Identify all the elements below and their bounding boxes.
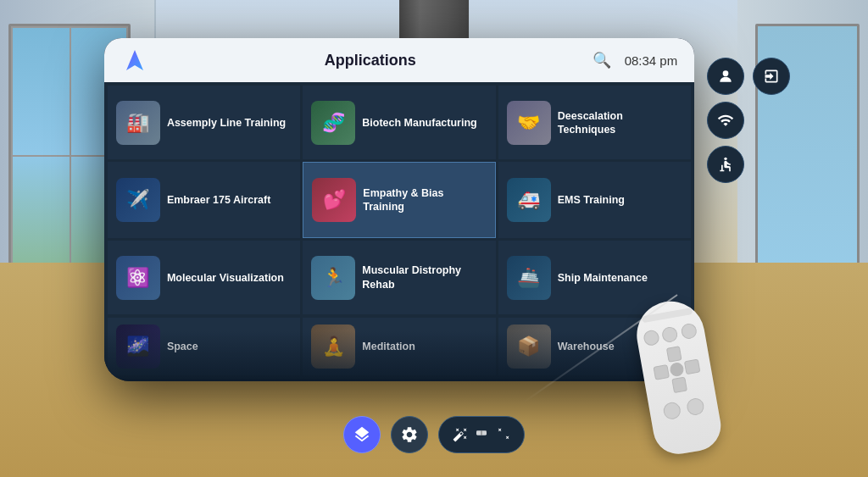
app-item-muscular[interactable]: 🏃 Muscular Distrophy Rehab: [303, 241, 495, 314]
remote-dpad-down[interactable]: [671, 377, 687, 393]
bottom-toolbar: [343, 416, 525, 453]
app-item-embraer[interactable]: ✈️ Embraer 175 Aircraft: [108, 162, 300, 237]
app-item-biotech[interactable]: 🧬 Biotech Manufacturing: [303, 86, 495, 159]
app-label-ship: Ship Maintenance: [558, 271, 648, 285]
remote-dpad: [650, 343, 704, 397]
remote-btn-1[interactable]: [643, 329, 660, 347]
app-item-assembly[interactable]: 🏭 Assemply Line Training: [108, 86, 300, 159]
app-thumb-muscular: 🏃: [311, 256, 355, 300]
remote-top-buttons: [643, 322, 698, 347]
app-item-meditation[interactable]: 🧘 Meditation: [303, 318, 495, 375]
app-thumb-embraer: ✈️: [116, 178, 160, 222]
search-icon[interactable]: 🔍: [593, 51, 611, 69]
settings-button[interactable]: [391, 416, 428, 453]
app-label-empathy: Empathy & Bias Training: [363, 186, 486, 214]
clock-display: 08:34 pm: [625, 53, 678, 68]
app-item-ems[interactable]: 🚑 EMS Training: [498, 162, 691, 237]
exit-button[interactable]: [753, 58, 790, 95]
accessibility-button[interactable]: [707, 146, 744, 183]
app-item-molecular[interactable]: ⚛️ Molecular Visualization: [108, 241, 300, 314]
layers-button[interactable]: [343, 416, 381, 453]
remote-dpad-empty-br: [687, 374, 703, 390]
svg-point-1: [723, 70, 729, 76]
vr-panel: Applications 🔍 08:34 pm 🏭 Assemply Line …: [104, 38, 694, 381]
app-label-meditation: Meditation: [362, 340, 415, 353]
app-thumb-meditation: 🧘: [311, 324, 355, 369]
remote-btn-2[interactable]: [661, 325, 679, 343]
app-label-embraer: Embraer 175 Aircraft: [167, 193, 271, 207]
remote-dpad-right[interactable]: [684, 358, 700, 374]
svg-point-2: [724, 157, 726, 159]
wifi-button[interactable]: [707, 102, 744, 139]
apps-panel-content: 🏭 Assemply Line Training 🧬 Biotech Manuf…: [104, 82, 694, 379]
app-item-empathy[interactable]: 💕 Empathy & Bias Training: [303, 162, 495, 237]
app-item-space[interactable]: 🌌 Space: [108, 318, 300, 375]
app-thumb-space: 🌌: [116, 324, 160, 369]
app-thumb-deescalation: 🤝: [507, 101, 551, 145]
app-label-ems: EMS Training: [558, 193, 625, 207]
controllers-label: [473, 426, 490, 442]
panel-title: Applications: [148, 52, 593, 69]
app-thumb-ems: 🚑: [507, 178, 551, 222]
panel-header: Applications 🔍 08:34 pm: [104, 38, 694, 82]
remote-dpad-up[interactable]: [665, 346, 682, 362]
remote-dpad-center[interactable]: [668, 361, 684, 377]
remote-btn-home[interactable]: [685, 397, 704, 416]
app-label-muscular: Muscular Distrophy Rehab: [362, 263, 487, 291]
remote-dpad-empty-tl: [650, 348, 666, 364]
app-label-warehouse: Warehouse: [558, 340, 615, 353]
app-label-space: Space: [167, 340, 198, 353]
user-button[interactable]: [707, 58, 744, 95]
remote-dpad-empty-bl: [655, 380, 671, 396]
app-label-deescalation: Deescalation Techniques: [558, 109, 682, 137]
apps-partial-row: 🌌 Space 🧘 Meditation 📦 Warehouse: [104, 318, 694, 379]
app-label-biotech: Biotech Manufacturing: [362, 116, 476, 130]
app-thumb-molecular: ⚛️: [116, 256, 160, 300]
remote-dpad-left[interactable]: [653, 364, 669, 380]
app-logo: [121, 47, 148, 74]
apps-grid: 🏭 Assemply Line Training 🧬 Biotech Manuf…: [104, 82, 694, 318]
app-label-assembly: Assemply Line Training: [167, 116, 286, 130]
remote-btn-back[interactable]: [662, 401, 682, 420]
controllers-button[interactable]: [438, 416, 525, 453]
app-thumb-ship: 🚢: [507, 256, 551, 300]
app-item-deescalation[interactable]: 🤝 Deescalation Techniques: [498, 86, 691, 159]
remote-dpad-empty-tr: [682, 343, 698, 359]
app-thumb-assembly: 🏭: [116, 101, 160, 145]
remote-btn-3[interactable]: [680, 322, 698, 340]
app-thumb-warehouse: 📦: [507, 324, 551, 369]
app-label-molecular: Molecular Visualization: [167, 271, 284, 285]
side-nav: [707, 58, 790, 183]
app-thumb-empathy: 💕: [312, 178, 356, 222]
app-thumb-biotech: 🧬: [311, 101, 355, 145]
svg-marker-0: [126, 50, 143, 70]
